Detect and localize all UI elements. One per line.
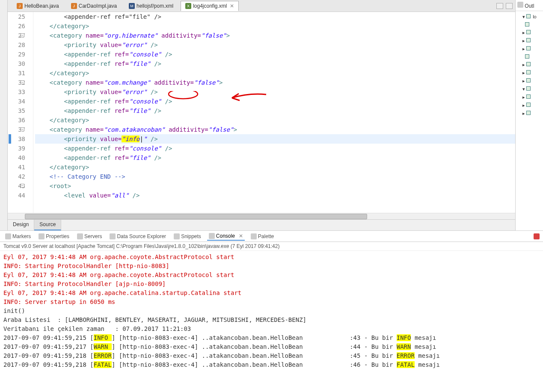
view-console[interactable]: Console ✕ xyxy=(207,232,245,241)
element-icon xyxy=(526,14,531,18)
element-icon xyxy=(526,38,531,42)
outline-item[interactable]: ▸ xyxy=(517,93,541,101)
fold-toggle[interactable]: − xyxy=(21,33,24,37)
console-log-line: 2017-09-07 09:41:59,218 [ERROR] [http-ni… xyxy=(3,351,540,360)
tab-log4jconfig[interactable]: X log4jconfig.xml ✕ xyxy=(181,1,238,11)
ide-root: J HelloBean.java J CarDaoImpl.java M hel… xyxy=(0,0,543,392)
code-line[interactable]: <priority value="error" /> xyxy=(35,40,515,50)
code-line[interactable]: <category name="com.mchange" additivity=… xyxy=(35,78,515,87)
code-line[interactable]: </category> xyxy=(35,21,515,31)
console-output[interactable]: Eyl 07, 2017 9:41:48 AM org.apache.coyot… xyxy=(0,251,543,392)
console-log-line: 2017-09-07 09:41:59,215 [INFO ] [http-ni… xyxy=(3,333,540,342)
outline-item[interactable] xyxy=(517,53,541,61)
line-number: 39 xyxy=(8,144,25,153)
tab-label: hellojsf/pom.xml xyxy=(136,3,173,9)
fold-toggle[interactable]: − xyxy=(21,127,24,131)
element-icon xyxy=(526,111,531,115)
line-number: 41 xyxy=(8,162,25,172)
line-gutter: 252627−2829303132−3334353637−38394041424… xyxy=(8,12,33,213)
view-dse[interactable]: Data Source Explorer xyxy=(108,233,168,240)
element-icon xyxy=(526,86,531,91)
console-log-line: 2017-09-07 09:41:59,217 [WARN ] [http-ni… xyxy=(3,342,540,351)
code-line[interactable]: <category name="com.atakancoban" additiv… xyxy=(35,125,515,134)
console-line: Eyl 07, 2017 9:41:48 AM org.apache.catal… xyxy=(3,289,540,298)
view-palette[interactable]: Palette xyxy=(249,233,276,240)
code-line[interactable]: <appender-ref ref="console" /> xyxy=(35,144,515,153)
code-line[interactable]: <priority value="error" /> xyxy=(35,87,515,97)
line-number: 31 xyxy=(8,68,25,78)
console-line: init() xyxy=(3,307,540,315)
outline-item[interactable]: ▾ xyxy=(517,85,541,93)
close-icon[interactable]: ✕ xyxy=(239,233,243,239)
snippets-icon xyxy=(174,233,180,239)
element-icon xyxy=(526,78,531,83)
left-rail xyxy=(0,0,8,230)
console-process-label: Tomcat v9.0 Server at localhost [Apache … xyxy=(0,242,543,251)
tab-design[interactable]: Design xyxy=(8,220,34,230)
view-properties[interactable]: Properties xyxy=(37,233,71,240)
outline-item[interactable]: ▸ xyxy=(517,101,541,109)
code-line[interactable]: <priority value="info|" /> xyxy=(35,134,515,144)
line-number: 37− xyxy=(8,125,25,134)
line-number: 28 xyxy=(8,40,25,50)
line-number: 36 xyxy=(8,115,25,125)
element-icon xyxy=(526,46,531,50)
editor-panel: J HelloBean.java J CarDaoImpl.java M hel… xyxy=(8,0,515,230)
element-icon xyxy=(526,94,531,99)
code-line[interactable]: <appender-ref ref="console" /> xyxy=(35,50,515,59)
code-line[interactable]: <!-- Category END --> xyxy=(35,172,515,181)
code-line[interactable]: <appender-ref ref="console" /> xyxy=(35,97,515,106)
code-line[interactable]: <root> xyxy=(35,181,515,191)
horizontal-scrollbar[interactable] xyxy=(8,213,515,219)
maximize-button[interactable] xyxy=(506,3,513,9)
views-tabs-row: Markers Properties Servers Data Source E… xyxy=(0,231,543,242)
view-snippets[interactable]: Snippets xyxy=(172,233,203,240)
code-line[interactable]: <appender-ref ref="file" /> xyxy=(35,106,515,115)
outline-item[interactable]: ▸ xyxy=(517,29,541,37)
code-line[interactable]: </category> xyxy=(35,68,515,78)
outline-item[interactable]: ▸ xyxy=(517,109,541,118)
tab-pom[interactable]: M hellojsf/pom.xml xyxy=(124,1,178,11)
code-line[interactable]: <appender-ref ref="file" /> xyxy=(35,59,515,68)
code-editor[interactable]: 252627−2829303132−3334353637−38394041424… xyxy=(8,12,515,213)
line-number: 29 xyxy=(8,50,25,59)
code-line[interactable]: <category name="org.hibernate" additivit… xyxy=(35,31,515,40)
code-line[interactable]: <appender-ref ref="file" /> xyxy=(35,153,515,162)
tab-source[interactable]: Source xyxy=(34,220,61,230)
java-icon: J xyxy=(71,3,77,9)
code-line[interactable]: </category> xyxy=(35,162,515,172)
current-line-marker xyxy=(9,134,11,144)
outline-title: Outl xyxy=(516,0,543,11)
stop-button[interactable] xyxy=(534,233,540,239)
code-line[interactable]: </category> xyxy=(35,115,515,125)
window-controls xyxy=(496,3,515,9)
servers-icon xyxy=(77,233,83,239)
outline-item[interactable]: ▸ xyxy=(517,69,541,77)
line-number: 26 xyxy=(8,21,25,31)
element-icon xyxy=(525,54,529,59)
code-lines[interactable]: <appender-ref ref="file" /> </category> … xyxy=(33,12,515,213)
code-line[interactable]: <appender-ref ref="file" /> xyxy=(35,12,515,21)
fold-toggle[interactable]: − xyxy=(21,184,24,188)
view-markers[interactable]: Markers xyxy=(3,233,33,240)
element-icon xyxy=(526,103,531,107)
tab-cardao[interactable]: J CarDaoImpl.java xyxy=(66,1,122,11)
line-number: 44 xyxy=(8,191,25,200)
outline-item[interactable]: ▸ xyxy=(517,45,541,53)
scrollbar-thumb[interactable] xyxy=(25,214,367,219)
xml-icon: X xyxy=(185,3,191,9)
view-servers[interactable]: Servers xyxy=(75,233,104,240)
outline-item[interactable]: ▸ xyxy=(517,61,541,69)
console-icon xyxy=(209,233,215,239)
close-icon[interactable]: ✕ xyxy=(230,3,234,9)
tab-hellobean[interactable]: J HelloBean.java xyxy=(12,1,64,11)
outline-item[interactable]: ▸ xyxy=(517,37,541,45)
minimize-button[interactable] xyxy=(496,3,503,9)
outline-item[interactable] xyxy=(517,21,541,29)
console-line: INFO: Starting ProtocolHandler [ajp-nio-… xyxy=(3,280,540,289)
outline-item[interactable]: ▾ lo xyxy=(517,13,541,21)
lower-panel: Markers Properties Servers Data Source E… xyxy=(0,231,543,392)
code-line[interactable]: <level value="all" /> xyxy=(35,191,515,200)
outline-item[interactable]: ▸ xyxy=(517,77,541,85)
fold-toggle[interactable]: − xyxy=(21,80,24,84)
